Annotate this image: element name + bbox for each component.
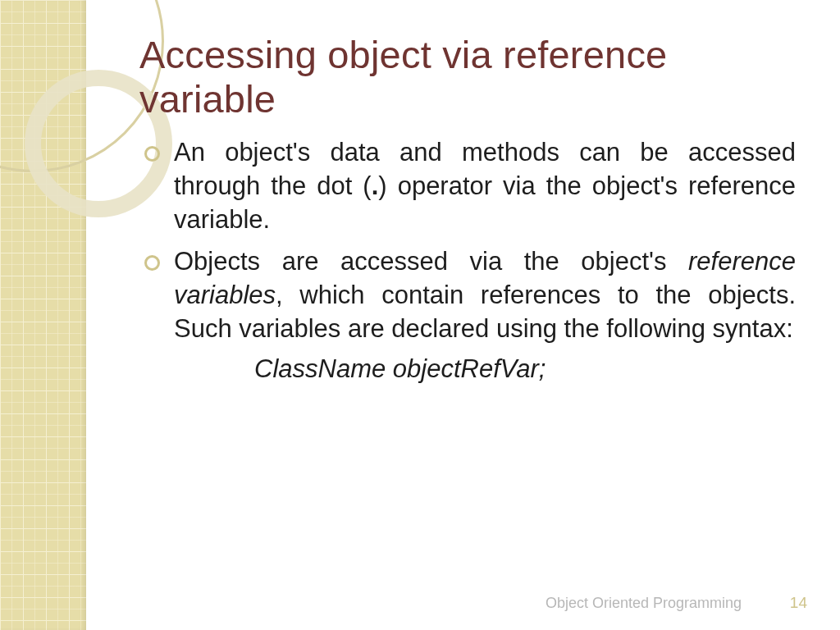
bullet-list: An object's data and methods can be acce… (139, 136, 796, 345)
bullet-item: Objects are accessed via the object's re… (139, 245, 796, 346)
syntax-line: ClassName objectRefVar; (139, 354, 796, 384)
footer-label: Object Oriented Programming (546, 595, 742, 612)
page-number: 14 (790, 594, 807, 612)
slide-title: Accessing object via reference variable (139, 33, 796, 121)
slide-content: Accessing object via reference variable … (139, 33, 796, 384)
bullet-item: An object's data and methods can be acce… (139, 136, 796, 237)
